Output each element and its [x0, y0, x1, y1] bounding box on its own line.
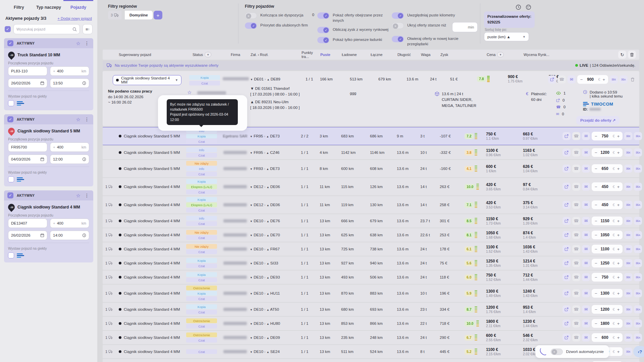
- kebab-menu-icon[interactable]: ⋮: [84, 193, 90, 198]
- col-status[interactable]: Status▼: [183, 52, 220, 57]
- plus-icon[interactable]: +: [617, 166, 620, 171]
- col-sugerowany-pojazd[interactable]: Sugerowany pojazd: [114, 53, 183, 57]
- phone-icon[interactable]: ☎: [572, 183, 580, 191]
- price-stepper[interactable]: − 650 € +: [592, 164, 623, 173]
- toggle-off[interactable]: ×: [392, 22, 404, 29]
- star-icon[interactable]: ☆: [76, 41, 80, 46]
- offer-mail-auto-icon[interactable]: ✉A: [634, 319, 642, 327]
- vehicle-active-checkbox[interactable]: ✓: [7, 116, 13, 122]
- exchange-checkbox[interactable]: ✓: [8, 252, 14, 258]
- vehicle-search-input[interactable]: [13, 24, 80, 34]
- offer-mail-auto-icon[interactable]: ✉A: [634, 231, 642, 239]
- price-stepper[interactable]: − 1050 € +: [592, 231, 623, 239]
- plus-icon[interactable]: +: [617, 247, 620, 252]
- toggle-on[interactable]: ✓: [317, 12, 329, 19]
- star-icon[interactable]: ☆: [76, 193, 80, 198]
- plus-icon[interactable]: +: [617, 219, 620, 224]
- time-field[interactable]: 13:50: [50, 78, 89, 88]
- share-icon[interactable]: [562, 183, 571, 191]
- phone-icon[interactable]: ☎: [572, 289, 580, 297]
- col-dlugosc[interactable]: Długość: [397, 53, 420, 57]
- minus-icon[interactable]: −: [595, 261, 597, 266]
- offer-mail-euro-icon[interactable]: ✉€: [624, 273, 632, 281]
- share-icon[interactable]: [562, 165, 571, 173]
- mail-icon[interactable]: ✉: [582, 148, 590, 157]
- phone-icon[interactable]: ☎: [572, 217, 580, 225]
- share-icon[interactable]: [562, 245, 571, 253]
- offer-row[interactable]: Ciągnik siodłowy Standard 5 MM Nie zdąży…: [103, 160, 639, 177]
- date-field[interactable]: 26/02/2026: [8, 231, 47, 240]
- date-field[interactable]: 26/02/2026: [8, 78, 47, 88]
- price-stepper[interactable]: − 1100 € +: [592, 245, 623, 253]
- offer-mail-euro-icon[interactable]: ✉€: [624, 289, 632, 297]
- toggle-on[interactable]: ✓: [317, 37, 329, 43]
- minus-icon[interactable]: −: [580, 77, 583, 82]
- share-icon[interactable]: [562, 319, 571, 327]
- time-field[interactable]: 14:00: [50, 231, 89, 240]
- price-stepper[interactable]: − 600 € +: [592, 333, 623, 342]
- price-stepper[interactable]: − 1250 € +: [592, 259, 623, 267]
- offer-mail-euro-icon[interactable]: ✉€: [610, 75, 618, 83]
- offer-mail-euro-icon[interactable]: ✉€: [624, 334, 632, 342]
- tab-pojazdy[interactable]: Pojazdy: [63, 0, 93, 13]
- offer-mail-euro-icon[interactable]: ✉€: [624, 348, 632, 356]
- minus-icon[interactable]: −: [595, 307, 597, 312]
- plus-icon[interactable]: +: [617, 275, 620, 280]
- location-field[interactable]: FR95700: [8, 142, 47, 152]
- mail-icon[interactable]: ✉: [582, 289, 590, 297]
- vehicle-active-checkbox[interactable]: ✓: [7, 40, 13, 46]
- phone-icon[interactable]: ☎: [572, 334, 580, 342]
- offer-mail-auto-icon[interactable]: ✉A: [634, 201, 642, 209]
- offer-row[interactable]: 1 Ciągnik siodłowy Standard 4 MM Ostrzeż…: [103, 317, 639, 330]
- minus-icon[interactable]: −: [595, 202, 597, 207]
- refresh-icon[interactable]: ↻: [618, 51, 626, 59]
- mail-icon[interactable]: ✉: [582, 165, 590, 173]
- minus-icon[interactable]: −: [595, 184, 597, 189]
- col-laczne[interactable]: Łączne: [370, 53, 397, 57]
- minus-icon[interactable]: −: [595, 335, 597, 340]
- help-button[interactable]: ‹?: [633, 346, 644, 357]
- minus-icon[interactable]: −: [595, 233, 597, 238]
- minus-icon[interactable]: −: [595, 134, 597, 139]
- phone-icon[interactable]: ☎: [572, 231, 580, 239]
- share-icon[interactable]: [548, 75, 556, 83]
- col-zysk[interactable]: Zysk: [440, 53, 465, 57]
- location-field[interactable]: PL83-110: [8, 66, 47, 76]
- price-stepper[interactable]: − 750 € +: [592, 132, 623, 140]
- offer-mail-euro-icon[interactable]: ✉€: [624, 319, 632, 327]
- offer-mail-euro-icon[interactable]: ✉€: [624, 148, 632, 157]
- offer-mail-euro-icon[interactable]: ✉€: [624, 165, 632, 173]
- offer-mail-auto-icon[interactable]: ✉A: [634, 165, 642, 173]
- phone-icon[interactable]: ☎: [572, 245, 580, 253]
- offer-mail-euro-icon[interactable]: ✉€: [624, 217, 632, 225]
- minus-icon[interactable]: −: [595, 291, 597, 296]
- time-field[interactable]: 12:00: [50, 155, 89, 164]
- mail-icon[interactable]: ✉: [568, 75, 576, 83]
- offer-mail-auto-icon[interactable]: ✉A: [634, 132, 642, 140]
- sort-by-dropdown[interactable]: puste (km) ▲▼: [484, 32, 529, 41]
- plus-icon[interactable]: +: [617, 261, 620, 266]
- toggle-on[interactable]: ✓: [317, 27, 329, 33]
- share-icon[interactable]: [562, 231, 571, 239]
- plus-icon[interactable]: +: [617, 150, 620, 155]
- price-stepper[interactable]: − 1150 € +: [592, 217, 623, 225]
- price-stepper[interactable]: − 1200 € +: [592, 305, 623, 314]
- mail-icon[interactable]: ✉: [582, 334, 590, 342]
- offer-row[interactable]: Ciągnik siodłowy Standard 5 MM InfoCzat …: [103, 146, 639, 159]
- exchange-checkbox[interactable]: ✓: [8, 176, 14, 182]
- appearance-icon[interactable]: [525, 3, 532, 11]
- price-stepper[interactable]: − 750 € +: [592, 273, 623, 282]
- offer-mail-auto-icon[interactable]: ✉A: [634, 289, 642, 297]
- mail-icon[interactable]: ✉: [582, 259, 590, 267]
- star-icon[interactable]: ☆: [76, 117, 80, 122]
- plus-icon[interactable]: +: [617, 184, 620, 189]
- radius-field[interactable]: +400km: [50, 142, 89, 152]
- price-stepper[interactable]: − 450 € +: [592, 182, 623, 191]
- offer-mail-auto-icon[interactable]: ✉A: [634, 245, 642, 253]
- phone-icon[interactable]: ☎: [558, 75, 566, 83]
- offer-row[interactable]: 1 Ciągnik siodłowy Standard 4 MM KopiaCz…: [103, 256, 639, 270]
- col-cena[interactable]: Cena▼: [486, 52, 523, 57]
- status-filter-dropdown[interactable]: ▼: [205, 52, 211, 57]
- price-stepper[interactable]: − 450 € +: [592, 200, 623, 209]
- share-icon[interactable]: [562, 148, 571, 157]
